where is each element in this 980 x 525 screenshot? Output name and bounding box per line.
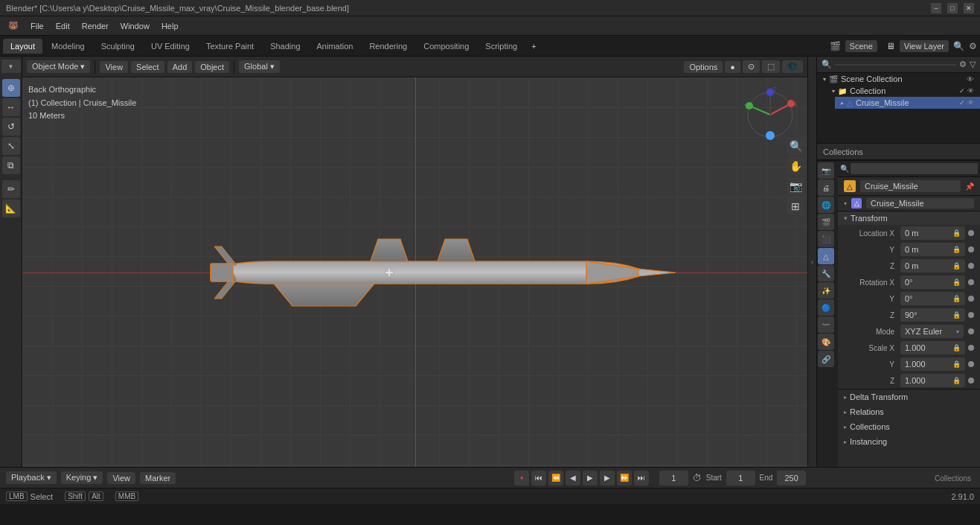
- collection-item[interactable]: ▾ 📁 Collection ✓ 👁: [826, 85, 980, 97]
- outliner-filter-icon[interactable]: 🔍: [822, 60, 832, 69]
- add-menu[interactable]: Add: [167, 61, 193, 73]
- rot-lock-x-icon[interactable]: 🔒: [952, 279, 961, 286]
- menu-render[interactable]: Render: [77, 20, 114, 32]
- transform-section-header[interactable]: ▾ Transform: [838, 211, 980, 225]
- next-frame-button[interactable]: ⏩: [617, 471, 632, 486]
- prev-frame-button[interactable]: ⏪: [548, 471, 563, 486]
- scale-x-dot[interactable]: [968, 345, 974, 351]
- scale-y-dot[interactable]: [968, 361, 974, 367]
- last-frame-button[interactable]: ⏭: [634, 471, 649, 486]
- visibility-icon[interactable]: 👁: [967, 75, 974, 83]
- tab-rendering[interactable]: Rendering: [362, 39, 414, 54]
- next-keyframe-button[interactable]: ▶: [600, 471, 615, 486]
- menu-edit[interactable]: Edit: [51, 20, 75, 32]
- rotate-tool[interactable]: ↺: [2, 118, 20, 136]
- viewport-overlay[interactable]: ⊙: [743, 60, 760, 73]
- tab-animation[interactable]: Animation: [310, 39, 361, 54]
- move-tool[interactable]: ↔: [2, 98, 20, 116]
- rotation-x-field[interactable]: 0° 🔒: [900, 276, 965, 289]
- tab-layout[interactable]: Layout: [3, 39, 42, 54]
- settings-icon[interactable]: ⚙: [969, 41, 977, 51]
- scale-lock-x-icon[interactable]: 🔒: [952, 344, 961, 351]
- collection-check-icon[interactable]: ✓: [959, 87, 965, 95]
- prop-tab-modifier[interactable]: 🔧: [818, 265, 834, 281]
- cruise-missile-check[interactable]: ✓: [959, 99, 965, 106]
- prop-tab-data[interactable]: 🎨: [818, 334, 834, 350]
- marker-menu[interactable]: Marker: [140, 472, 176, 484]
- view-layer-selector[interactable]: View Layer: [900, 40, 949, 52]
- instancing-header[interactable]: ▸ Instancing: [838, 434, 980, 449]
- prop-tab-view-layer[interactable]: 🌐: [818, 197, 834, 213]
- cruise-missile-item[interactable]: ▸ △ Cruise_Missile ✓ 👁: [835, 97, 980, 109]
- prop-tab-scene[interactable]: 🎬: [818, 214, 834, 230]
- tab-scripting[interactable]: Scripting: [478, 39, 525, 54]
- playback-menu[interactable]: Playback ▾: [6, 471, 57, 484]
- rotation-z-dot[interactable]: [968, 312, 974, 318]
- viewport-xray[interactable]: ⬚: [762, 60, 780, 73]
- rotation-mode-dropdown[interactable]: XYZ Euler ▾: [900, 325, 964, 338]
- scene-collection-item[interactable]: ▾ 🎬 Scene Collection 👁: [817, 73, 980, 85]
- collections-header[interactable]: ▸ Collections: [838, 419, 980, 434]
- prop-tab-material[interactable]: 🔗: [818, 351, 834, 367]
- viewport-shading-mode[interactable]: 🌑: [782, 60, 803, 73]
- first-frame-button[interactable]: ⏮: [531, 471, 546, 486]
- object-menu[interactable]: Object: [195, 61, 229, 73]
- select-menu[interactable]: Select: [131, 61, 164, 73]
- transform-global[interactable]: Global ▾: [239, 60, 280, 73]
- tab-sculpting[interactable]: Sculpting: [94, 39, 142, 54]
- tab-texture-paint[interactable]: Texture Paint: [199, 39, 261, 54]
- location-z-dot[interactable]: [968, 263, 974, 269]
- location-z-field[interactable]: 0 m 🔒: [900, 259, 965, 273]
- annotate-tool[interactable]: ✏: [2, 180, 20, 198]
- play-button[interactable]: ▶: [583, 471, 598, 486]
- rotation-y-field[interactable]: 0° 🔒: [900, 292, 965, 305]
- mode-selector[interactable]: ▼: [1, 60, 21, 73]
- collection-eye-icon[interactable]: 👁: [967, 87, 974, 95]
- scale-z-dot[interactable]: [968, 378, 974, 384]
- prop-tab-physics[interactable]: 🔵: [818, 299, 834, 316]
- keying-menu[interactable]: Keying ▾: [61, 471, 103, 484]
- prop-tab-object[interactable]: △: [818, 248, 834, 264]
- current-frame-field[interactable]: 1: [659, 471, 688, 486]
- object-mode-dropdown[interactable]: Object Mode ▾: [27, 60, 90, 73]
- prop-tab-render[interactable]: 📷: [818, 162, 834, 179]
- measure-tool[interactable]: 📐: [2, 200, 20, 217]
- menu-help[interactable]: Help: [156, 20, 184, 32]
- rotation-y-dot[interactable]: [968, 296, 974, 302]
- scale-y-field[interactable]: 1.000 🔒: [900, 357, 965, 371]
- scale-lock-y-icon[interactable]: 🔒: [952, 360, 961, 368]
- rot-lock-y-icon[interactable]: 🔒: [952, 295, 961, 302]
- lock-z-icon[interactable]: 🔒: [952, 262, 961, 270]
- zoom-to-fit[interactable]: 🔍: [787, 137, 804, 155]
- location-x-dot[interactable]: [968, 230, 974, 236]
- grid-tool[interactable]: ⊞: [787, 197, 804, 215]
- prop-tab-particles[interactable]: ✨: [818, 282, 834, 299]
- prev-keyframe-button[interactable]: ◀: [566, 471, 580, 486]
- end-frame-field[interactable]: 250: [777, 471, 806, 486]
- location-y-dot[interactable]: [968, 246, 974, 252]
- scene-selector[interactable]: Scene: [845, 40, 877, 52]
- object-name-label[interactable]: Cruise_Missile: [860, 180, 961, 192]
- view-menu-timeline[interactable]: View: [107, 472, 135, 484]
- menu-window[interactable]: Window: [115, 20, 155, 32]
- rotation-x-dot[interactable]: [968, 279, 974, 285]
- view-menu[interactable]: View: [100, 61, 128, 73]
- viewport-shading-solid[interactable]: ●: [725, 61, 740, 73]
- add-workspace-button[interactable]: +: [526, 40, 541, 52]
- hand-tool[interactable]: ✋: [787, 157, 804, 175]
- rot-lock-z-icon[interactable]: 🔒: [952, 311, 961, 319]
- minimize-button[interactable]: –: [931, 3, 941, 13]
- scale-x-field[interactable]: 1.000 🔒: [900, 341, 965, 354]
- outliner-filter-toggle[interactable]: ▽: [970, 60, 976, 69]
- relations-header[interactable]: ▸ Relations: [838, 404, 980, 419]
- tab-shading[interactable]: Shading: [263, 39, 307, 54]
- maximize-button[interactable]: □: [947, 3, 958, 13]
- outliner-filter-input[interactable]: [835, 64, 956, 66]
- mode-dot[interactable]: [968, 328, 974, 334]
- rotation-z-field[interactable]: 90° 🔒: [900, 308, 965, 322]
- lock-x-icon[interactable]: 🔒: [952, 229, 961, 237]
- properties-search-input[interactable]: [851, 163, 978, 174]
- gizmo-svg[interactable]: X Y Z: [740, 85, 800, 144]
- prop-tab-constraints[interactable]: 〰: [818, 316, 834, 333]
- scale-lock-z-icon[interactable]: 🔒: [952, 377, 961, 384]
